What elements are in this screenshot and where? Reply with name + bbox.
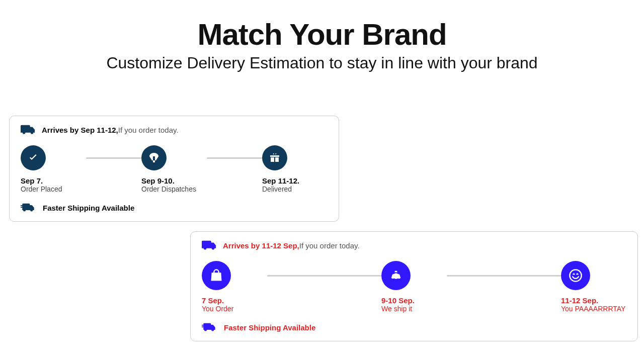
timeline-step-delivered: Sep 11-12. Delivered xyxy=(262,145,328,193)
ship-icon xyxy=(381,261,411,290)
faster-shipping-text: Faster Shipping Available xyxy=(43,204,134,212)
gift-icon xyxy=(262,145,287,170)
arrival-text: Arrives by 11-12 Sep,If you order today. xyxy=(223,241,360,250)
arrival-condition: If you order today. xyxy=(299,241,360,250)
timeline-connector xyxy=(86,157,141,159)
truck-icon xyxy=(21,124,36,135)
svg-point-0 xyxy=(570,269,581,281)
truck-icon xyxy=(202,240,217,251)
timeline-connector xyxy=(207,157,262,159)
page-subtitle: Customize Delivery Estimation to stay in… xyxy=(0,54,644,72)
bag-icon xyxy=(202,261,231,290)
step-desc: Order Dispatches xyxy=(141,185,196,193)
arrival-text: Arrives by Sep 11-12,If you order today. xyxy=(42,126,179,134)
check-icon xyxy=(21,145,46,170)
arrival-date: Arrives by 11-12 Sep, xyxy=(223,241,299,250)
arrival-date: Arrives by Sep 11-12, xyxy=(42,126,118,134)
delivery-widget-variant-a: Arrives by Sep 11-12,If you order today.… xyxy=(9,116,339,222)
faster-shipping-text: Faster Shipping Available xyxy=(224,323,315,332)
timeline-step-ship: 9-10 Sep. We ship it xyxy=(381,261,447,313)
timeline-connector xyxy=(267,275,381,277)
timeline-step-order: 7 Sep. You Order xyxy=(202,261,267,313)
step-desc: You Order xyxy=(202,305,233,313)
step-desc: Order Placed xyxy=(21,185,62,193)
timeline-step-placed: Sep 7. Order Placed xyxy=(21,145,86,193)
smile-icon xyxy=(561,261,590,290)
page-title: Match Your Brand xyxy=(0,17,644,52)
arrival-condition: If you order today. xyxy=(118,126,179,134)
step-desc: You PAAAARRRTAY xyxy=(561,305,625,313)
step-desc: We ship it xyxy=(381,305,415,313)
step-date: 11-12 Sep. xyxy=(561,296,625,305)
step-date: 9-10 Sep. xyxy=(381,296,415,305)
parachute-icon xyxy=(141,145,167,170)
timeline-connector xyxy=(447,275,561,277)
step-desc: Delivered xyxy=(262,185,299,193)
step-date: 7 Sep. xyxy=(202,296,233,305)
fast-truck-icon xyxy=(21,202,36,213)
step-date: Sep 9-10. xyxy=(141,176,196,185)
delivery-widget-variant-b: Arrives by 11-12 Sep,If you order today.… xyxy=(190,231,638,341)
timeline-step-party: 11-12 Sep. You PAAAARRRTAY xyxy=(561,261,626,313)
fast-truck-icon xyxy=(202,322,217,333)
step-date: Sep 7. xyxy=(21,176,62,185)
timeline-step-dispatched: Sep 9-10. Order Dispatches xyxy=(141,145,207,193)
step-date: Sep 11-12. xyxy=(262,176,299,185)
